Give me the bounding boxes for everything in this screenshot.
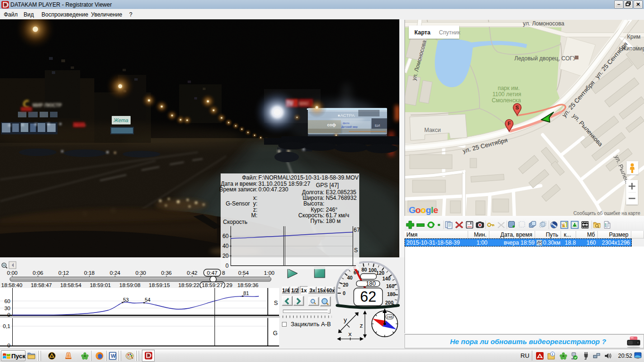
svg-text:x: x [348,330,352,337]
svg-text:18:59:01: 18:59:01 [90,282,111,288]
svg-text:200: 200 [385,300,394,305]
svg-text:W: W [111,353,116,359]
svg-text:18:59:15: 18:59:15 [149,282,170,288]
svg-text:80: 80 [362,267,367,272]
svg-text:0:54: 0:54 [238,270,249,276]
svg-text:Смоленска: Смоленска [492,97,521,104]
svg-text:Крим: Крим [627,33,641,40]
svg-text:18:58:54: 18:58:54 [60,282,82,288]
svg-text:20: 20 [223,253,229,259]
svg-text:0: 0 [343,290,346,296]
svg-text:140: 140 [382,276,391,281]
svg-text:1:00: 1:00 [264,270,274,276]
svg-text:0:06: 0:06 [33,270,43,276]
svg-text:o: o [415,205,421,215]
svg-text:29: 29 [226,282,232,288]
svg-text:18:58:40: 18:58:40 [1,282,23,288]
svg-text:18:59:36: 18:59:36 [237,282,258,288]
svg-text:160: 160 [386,283,395,289]
svg-text:S: S [274,300,278,306]
svg-text:100: 100 [368,267,377,273]
svg-text:0:42: 0:42 [187,270,197,276]
svg-text:G: G [409,205,415,215]
svg-text:18:58:47: 18:58:47 [31,282,52,288]
svg-text:180: 180 [387,291,396,297]
svg-text:180: 180 [366,280,376,287]
svg-text:81: 81 [243,290,249,296]
svg-text:18:59:27: 18:59:27 [202,282,223,288]
svg-text:0:18: 0:18 [84,270,94,276]
svg-text:62: 62 [360,288,376,305]
svg-text:0:12: 0:12 [58,270,69,276]
svg-text:z: z [360,322,363,329]
svg-text:y: y [344,316,347,323]
svg-text:8: 8 [222,270,225,276]
svg-text:0:24: 0:24 [110,270,121,276]
svg-text:i: i [552,352,553,356]
svg-text:S: S [354,247,358,254]
svg-text:Спутник: Спутник [439,29,461,36]
svg-text:0: 0 [8,312,10,318]
svg-text:0:36: 0:36 [161,270,172,276]
svg-text:40: 40 [347,275,353,280]
svg-text:o: o [421,205,426,215]
svg-text:120: 120 [376,270,385,276]
svg-text:Ледовый дворец, СОГУ: Ледовый дворец, СОГУ [514,55,577,62]
svg-text:1100 летия: 1100 летия [492,91,521,98]
svg-text:ул. Ломоносова: ул. Ломоносова [523,20,564,27]
svg-text:40: 40 [223,243,229,249]
svg-text:0: 0 [225,263,229,269]
svg-text:18:59:08: 18:59:08 [119,282,140,288]
svg-text:53: 53 [123,297,129,303]
svg-text:Карта: Карта [414,29,430,36]
svg-text:60: 60 [223,233,229,239]
svg-text:0:00: 0:00 [7,270,17,276]
svg-text:0,1: 0,1 [3,323,10,329]
svg-text:54: 54 [145,297,150,303]
svg-text:67: 67 [354,227,359,233]
svg-text:0:47: 0:47 [207,270,217,276]
svg-text:Макси: Макси [424,127,441,133]
svg-text:30: 30 [4,305,10,311]
svg-text:246: 246 [387,315,393,319]
svg-text:Сообщить об ошибке на карте: Сообщить об ошибке на карте [573,211,640,216]
svg-text:парк им.: парк им. [498,85,520,91]
svg-text:g: g [426,205,431,215]
svg-text:0: 0 [8,343,10,348]
svg-text:20: 20 [343,282,348,288]
svg-text:0:30: 0:30 [135,270,146,276]
svg-text:60: 60 [4,298,10,304]
svg-text:F: F [508,121,511,126]
svg-text:S: S [515,105,519,110]
svg-text:e: e [433,205,438,215]
svg-text:G: G [273,330,278,337]
svg-text:18:59:22: 18:59:22 [178,282,199,288]
